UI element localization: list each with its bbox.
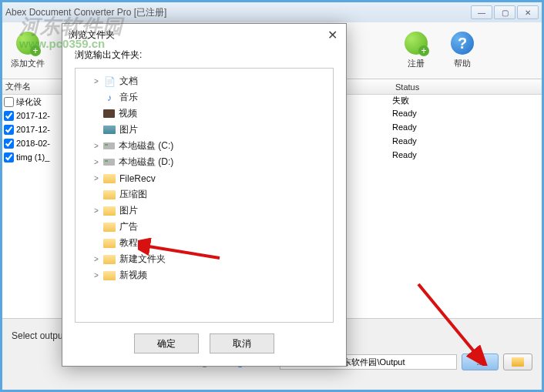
help-label: 帮助 bbox=[454, 58, 471, 69]
tree-item[interactable]: 视频 bbox=[77, 106, 331, 122]
browse-button[interactable]: ... bbox=[462, 353, 499, 370]
file-checkbox[interactable] bbox=[4, 97, 14, 107]
folder-icon bbox=[512, 357, 524, 367]
file-status: Ready bbox=[392, 122, 417, 132]
mus-icon bbox=[103, 92, 116, 103]
expand-icon[interactable]: > bbox=[91, 206, 102, 215]
tree-label: 文档 bbox=[119, 75, 138, 88]
select-output-label: Select outpu bbox=[12, 330, 63, 341]
dialog-close-button[interactable]: ✕ bbox=[324, 28, 340, 42]
register-icon bbox=[405, 32, 428, 55]
expand-icon[interactable]: > bbox=[91, 255, 102, 263]
tree-item[interactable]: >本地磁盘 (D:) bbox=[77, 154, 331, 170]
col-filename[interactable]: 文件名 bbox=[2, 81, 62, 92]
expand-icon[interactable]: > bbox=[91, 174, 102, 183]
folder-icon bbox=[103, 174, 116, 183]
add-file-button[interactable]: 添加文件 bbox=[8, 32, 47, 69]
register-label: 注册 bbox=[408, 58, 425, 69]
expand-icon[interactable]: > bbox=[91, 77, 102, 85]
dialog-titlebar: 浏览文件夹 ✕ bbox=[62, 24, 346, 45]
file-status: Ready bbox=[392, 109, 417, 118]
tree-label: 教程 bbox=[119, 236, 138, 250]
file-status: 失败 bbox=[392, 95, 409, 106]
maximize-button[interactable]: ▢ bbox=[494, 5, 515, 19]
tree-item[interactable]: 教程 bbox=[77, 235, 331, 251]
col-status[interactable]: Status bbox=[360, 82, 529, 92]
file-name: 2017-12- bbox=[16, 111, 69, 120]
file-status: Ready bbox=[392, 136, 417, 146]
drv-icon bbox=[103, 142, 115, 149]
doc-icon bbox=[103, 76, 116, 87]
tree-item[interactable]: >新建文件夹 bbox=[77, 251, 331, 267]
tree-item[interactable]: >新视频 bbox=[77, 267, 331, 283]
tree-item[interactable]: 压缩图 bbox=[77, 186, 331, 203]
folder-icon bbox=[103, 223, 116, 232]
tree-label: 新视频 bbox=[119, 269, 147, 282]
tree-item[interactable]: 音乐 bbox=[77, 89, 331, 106]
file-name: 2017-12- bbox=[16, 125, 69, 134]
titlebar: Abex Document Converter Pro [已注册] — ▢ ✕ bbox=[2, 2, 542, 22]
vid-icon bbox=[103, 109, 115, 118]
file-checkbox[interactable] bbox=[4, 139, 14, 149]
open-folder-button[interactable] bbox=[503, 353, 532, 370]
tree-item[interactable]: >图片 bbox=[77, 203, 331, 219]
tree-label: 本地磁盘 (C:) bbox=[119, 139, 173, 152]
expand-icon[interactable]: > bbox=[91, 158, 102, 166]
file-name: 绿化设 bbox=[16, 96, 69, 108]
tree-label: 视频 bbox=[119, 107, 137, 120]
folder-icon bbox=[103, 206, 116, 216]
folder-icon bbox=[103, 239, 116, 248]
dialog-buttons: 确定 取消 bbox=[62, 323, 346, 366]
dialog-title: 浏览文件夹 bbox=[69, 28, 324, 42]
tree-label: 图片 bbox=[119, 204, 138, 217]
help-icon: ? bbox=[451, 32, 474, 55]
tree-label: 图片 bbox=[119, 123, 138, 136]
window-title: Abex Document Converter Pro [已注册] bbox=[5, 6, 471, 19]
dialog-label: 浏览输出文件夹: bbox=[62, 45, 346, 68]
file-name: 2018-02- bbox=[16, 139, 69, 148]
minimize-button[interactable]: — bbox=[471, 5, 492, 19]
add-icon bbox=[16, 32, 39, 55]
window-buttons: — ▢ ✕ bbox=[471, 5, 539, 19]
folder-tree[interactable]: >文档音乐视频图片>本地磁盘 (C:)>本地磁盘 (D:)>FileRecv压缩… bbox=[75, 68, 334, 323]
folder-icon bbox=[103, 271, 116, 280]
tree-item[interactable]: >FileRecv bbox=[77, 170, 331, 186]
expand-icon[interactable]: > bbox=[91, 142, 102, 150]
help-button[interactable]: ? 帮助 bbox=[443, 32, 482, 69]
drv-icon bbox=[103, 159, 115, 166]
add-file-label: 添加文件 bbox=[11, 58, 45, 69]
ok-button[interactable]: 确定 bbox=[134, 333, 199, 353]
pic-icon bbox=[103, 126, 116, 134]
file-name: timg (1)_ bbox=[16, 152, 69, 162]
folder-icon bbox=[103, 190, 116, 199]
cancel-button[interactable]: 取消 bbox=[210, 333, 274, 353]
file-checkbox[interactable] bbox=[4, 111, 14, 121]
file-checkbox[interactable] bbox=[4, 152, 14, 162]
tree-item[interactable]: >文档 bbox=[77, 73, 331, 89]
tree-label: FileRecv bbox=[119, 173, 156, 184]
file-status: Ready bbox=[392, 150, 417, 159]
register-button[interactable]: 注册 bbox=[397, 32, 435, 69]
browse-folder-dialog: 浏览文件夹 ✕ 浏览输出文件夹: >文档音乐视频图片>本地磁盘 (C:)>本地磁… bbox=[62, 23, 347, 367]
tree-label: 新建文件夹 bbox=[119, 253, 166, 266]
tree-item[interactable]: 图片 bbox=[77, 122, 331, 138]
close-button[interactable]: ✕ bbox=[517, 5, 539, 19]
folder-icon bbox=[103, 255, 116, 264]
tree-label: 本地磁盘 (D:) bbox=[119, 156, 173, 169]
expand-icon[interactable]: > bbox=[91, 271, 102, 280]
file-checkbox[interactable] bbox=[4, 125, 14, 135]
tree-label: 音乐 bbox=[119, 91, 138, 104]
tree-item[interactable]: 广告 bbox=[77, 219, 331, 235]
tree-label: 广告 bbox=[119, 220, 138, 233]
tree-item[interactable]: >本地磁盘 (C:) bbox=[77, 138, 331, 154]
tree-label: 压缩图 bbox=[119, 188, 147, 201]
